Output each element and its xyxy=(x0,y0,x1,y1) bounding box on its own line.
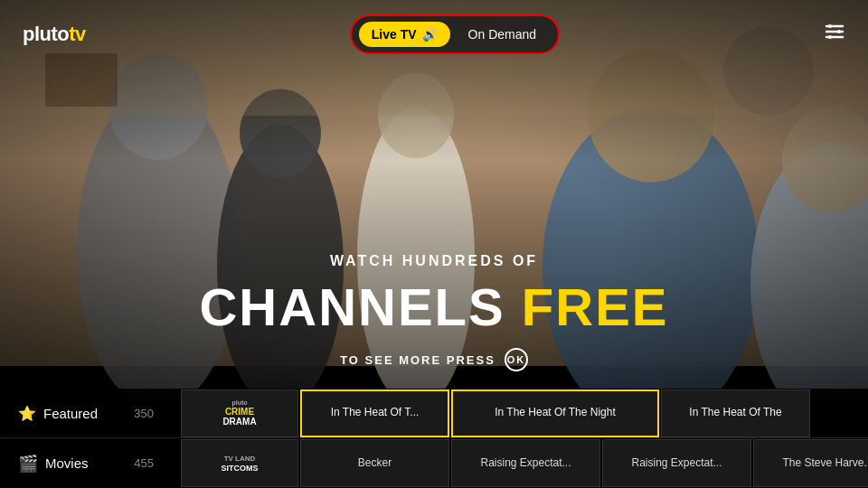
hero-cta: TO SEE MORE PRESS OK xyxy=(0,348,868,371)
speaker-icon: 🔊 xyxy=(422,27,438,42)
cta-text: TO SEE MORE PRESS xyxy=(340,353,495,367)
ok-button[interactable]: OK xyxy=(505,348,528,371)
settings-icon xyxy=(824,21,845,42)
svg-point-13 xyxy=(828,24,832,28)
nav-toggle: Live TV 🔊 On Demand xyxy=(350,14,560,54)
heat-night-card-2[interactable]: In The Heat Of The Night xyxy=(451,389,659,437)
featured-label: ⭐ Featured 350 xyxy=(0,405,181,422)
header: plutotv Live TV 🔊 On Demand xyxy=(0,0,868,68)
raising-title-1: Raising Expectat... xyxy=(476,456,574,471)
steve-harvey-card[interactable]: The Steve Harve... xyxy=(753,439,868,487)
raising-title-2: Raising Expectat... xyxy=(627,456,725,471)
movies-text: Movies xyxy=(45,455,89,471)
heat-night-card-3[interactable]: In The Heat Of The xyxy=(661,389,810,437)
crime-drama-logo: pluto CRIME DRAMA xyxy=(222,399,256,427)
movie-icon: 🎬 xyxy=(18,454,38,474)
star-icon: ⭐ xyxy=(18,405,36,422)
featured-items: pluto CRIME DRAMA In The Heat Of T... In… xyxy=(181,389,868,437)
movies-count: 455 xyxy=(134,456,154,470)
crime-drama-card[interactable]: pluto CRIME DRAMA xyxy=(181,389,298,437)
heat-night-card-1[interactable]: In The Heat Of T... xyxy=(300,389,449,437)
logo-tv: tv xyxy=(69,23,86,45)
movies-row: 🎬 Movies 455 TV LAND SITCOMS Becker Rais… xyxy=(0,438,868,488)
settings-button[interactable] xyxy=(824,21,845,47)
live-tv-label: Live TV xyxy=(372,27,417,42)
on-demand-label: On Demand xyxy=(468,27,536,42)
featured-count: 350 xyxy=(134,407,154,420)
tv-land-card[interactable]: TV LAND SITCOMS xyxy=(181,439,298,487)
svg-point-15 xyxy=(828,35,832,39)
heat-night-title-1: In The Heat Of T... xyxy=(327,406,423,420)
hero-title-yellow: FREE xyxy=(522,277,669,336)
movies-items: TV LAND SITCOMS Becker Raising Expectat.… xyxy=(181,439,868,487)
featured-text: Featured xyxy=(43,406,98,421)
heat-night-title-2: In The Heat Of The Night xyxy=(491,406,619,420)
channel-bar: ⭐ Featured 350 pluto CRIME DRAMA In The … xyxy=(0,389,868,488)
svg-point-14 xyxy=(837,30,841,33)
movies-label: 🎬 Movies 455 xyxy=(0,454,181,474)
heat-night-title-3: In The Heat Of The xyxy=(685,406,785,420)
tv-land-logo: TV LAND SITCOMS xyxy=(221,454,258,474)
hero-title: CHANNELS FREE xyxy=(0,277,868,337)
live-tv-button[interactable]: Live TV 🔊 xyxy=(359,22,450,47)
logo: plutotv xyxy=(23,23,86,46)
hero-title-white: CHANNELS xyxy=(199,277,505,336)
becker-title: Becker xyxy=(354,456,395,471)
hero-subtitle: WATCH HUNDREDS OF xyxy=(0,253,868,269)
steve-harvey-title: The Steve Harve... xyxy=(778,456,868,471)
becker-card[interactable]: Becker xyxy=(300,439,449,487)
logo-text: plutotv xyxy=(23,23,86,46)
hero-content: WATCH HUNDREDS OF CHANNELS FREE TO SEE M… xyxy=(0,253,868,371)
raising-card-2[interactable]: Raising Expectat... xyxy=(602,439,751,487)
raising-card-1[interactable]: Raising Expectat... xyxy=(451,439,600,487)
featured-row: ⭐ Featured 350 pluto CRIME DRAMA In The … xyxy=(0,389,868,438)
on-demand-button[interactable]: On Demand xyxy=(454,22,551,47)
